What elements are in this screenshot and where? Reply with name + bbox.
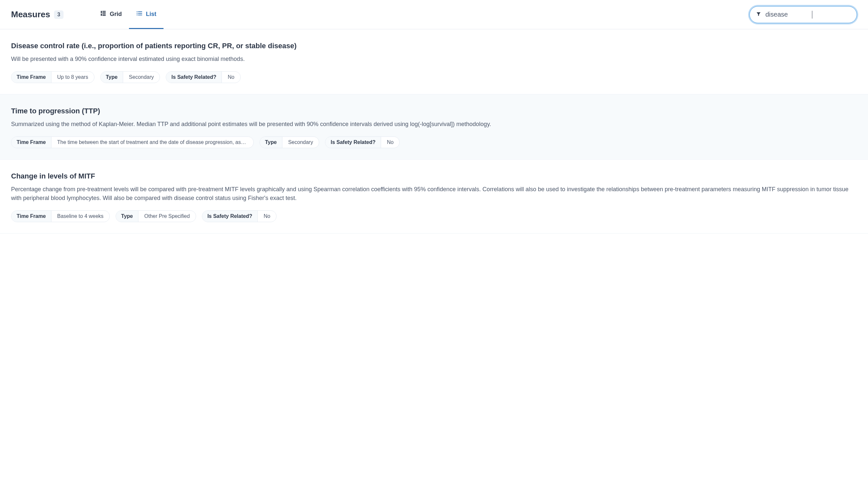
item-description: Summarized using the method of Kaplan-Me… [11,120,857,129]
pill-time-frame: Time Frame Up to 8 years [11,71,94,83]
pill-safety: Is Safety Related? No [325,137,400,148]
svg-rect-5 [102,15,105,16]
list-item: Change in levels of MITF Percentage chan… [0,160,868,234]
pill-label: Time Frame [11,72,52,83]
view-tabs: Grid List [93,0,163,29]
svg-point-9 [137,11,137,12]
header-bar: Measures 3 Grid List [0,0,868,29]
pill-value: No [258,211,276,222]
pill-safety: Is Safety Related? No [202,210,277,222]
grid-icon [100,10,106,18]
svg-rect-2 [102,12,105,13]
search-wrap [749,6,857,23]
list-item: Time to progression (TTP) Summarized usi… [0,94,868,160]
item-title: Disease control rate (i.e., proportion o… [11,42,857,50]
pill-label: Time Frame [11,137,52,148]
pill-label: Is Safety Related? [202,211,258,222]
pill-value: No [222,72,240,83]
pill-time-frame: Time Frame Baseline to 4 weeks [11,210,110,222]
item-title: Time to progression (TTP) [11,107,857,115]
pill-type: Type Secondary [100,71,160,83]
list-icon [136,10,143,18]
pill-value: Up to 8 years [52,72,94,83]
pill-value: Other Pre Specified [138,211,196,222]
pill-value: Secondary [282,137,319,148]
pill-label: Type [101,72,123,83]
tab-list-label: List [146,11,156,18]
tab-grid-label: Grid [110,11,122,18]
pill-value: The time between the start of treatment … [52,137,253,148]
filter-icon [756,11,761,18]
pill-value: Secondary [123,72,160,83]
search-input[interactable] [749,6,857,23]
pill-value: No [381,137,399,148]
list-item: Disease control rate (i.e., proportion o… [0,29,868,94]
title-group: Measures 3 [11,9,63,20]
pill-row: Time Frame The time between the start of… [11,137,857,148]
pill-label: Time Frame [11,211,52,222]
pill-label: Is Safety Related? [166,72,222,83]
measures-list: Disease control rate (i.e., proportion o… [0,29,868,234]
pill-time-frame: Time Frame The time between the start of… [11,137,254,148]
svg-rect-4 [102,13,105,14]
pill-label: Type [116,211,138,222]
svg-rect-0 [101,11,102,13]
pill-type: Type Secondary [259,137,319,148]
svg-point-10 [137,13,137,13]
page-title: Measures [11,9,50,20]
pill-label: Is Safety Related? [326,137,381,148]
count-badge: 3 [54,10,63,19]
item-description: Will be presented with a 90% confidence … [11,55,857,63]
pill-row: Time Frame Up to 8 years Type Secondary … [11,71,857,83]
svg-rect-1 [102,11,105,12]
pill-type: Type Other Pre Specified [116,210,196,222]
tab-list[interactable]: List [129,0,163,29]
item-title: Change in levels of MITF [11,172,857,180]
pill-label: Type [260,137,282,148]
text-cursor [812,11,812,19]
pill-row: Time Frame Baseline to 4 weeks Type Othe… [11,210,857,222]
item-description: Percentage change from pre-treatment lev… [11,185,857,203]
pill-safety: Is Safety Related? No [166,71,240,83]
svg-rect-3 [101,13,102,16]
svg-point-11 [137,14,137,15]
tab-grid[interactable]: Grid [93,0,129,29]
pill-value: Baseline to 4 weeks [52,211,110,222]
